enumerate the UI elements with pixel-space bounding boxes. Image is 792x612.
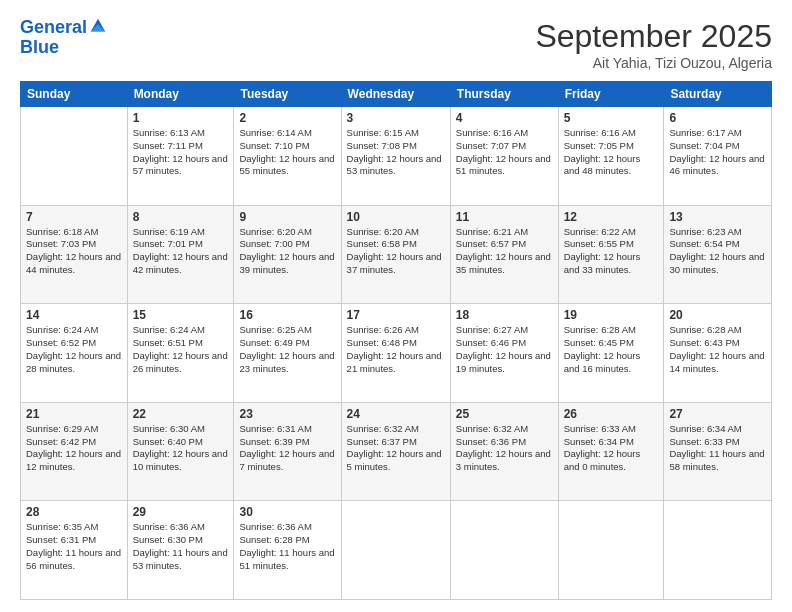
- calendar-cell: 21Sunrise: 6:29 AMSunset: 6:42 PMDayligh…: [21, 402, 128, 501]
- calendar-cell: 8Sunrise: 6:19 AMSunset: 7:01 PMDaylight…: [127, 205, 234, 304]
- sunrise-text: Sunrise: 6:28 AM: [669, 324, 766, 337]
- day-number: 20: [669, 308, 766, 322]
- day-number: 21: [26, 407, 122, 421]
- sunset-text: Sunset: 7:03 PM: [26, 238, 122, 251]
- daylight-text: Daylight: 12 hours and 37 minutes.: [347, 251, 445, 277]
- logo-icon: [89, 17, 107, 35]
- day-number: 28: [26, 505, 122, 519]
- header-cell-friday: Friday: [558, 82, 664, 107]
- daylight-text: Daylight: 12 hours and 57 minutes.: [133, 153, 229, 179]
- day-number: 27: [669, 407, 766, 421]
- calendar-cell: 29Sunrise: 6:36 AMSunset: 6:30 PMDayligh…: [127, 501, 234, 600]
- sunset-text: Sunset: 6:42 PM: [26, 436, 122, 449]
- sunrise-text: Sunrise: 6:21 AM: [456, 226, 553, 239]
- sunset-text: Sunset: 6:57 PM: [456, 238, 553, 251]
- day-number: 18: [456, 308, 553, 322]
- calendar-cell: 16Sunrise: 6:25 AMSunset: 6:49 PMDayligh…: [234, 304, 341, 403]
- cell-content: 13Sunrise: 6:23 AMSunset: 6:54 PMDayligh…: [669, 210, 766, 277]
- header-cell-sunday: Sunday: [21, 82, 128, 107]
- daylight-text: Daylight: 12 hours and 35 minutes.: [456, 251, 553, 277]
- cell-content: 5Sunrise: 6:16 AMSunset: 7:05 PMDaylight…: [564, 111, 659, 178]
- sunset-text: Sunset: 6:55 PM: [564, 238, 659, 251]
- daylight-text: Daylight: 12 hours and 42 minutes.: [133, 251, 229, 277]
- cell-content: 28Sunrise: 6:35 AMSunset: 6:31 PMDayligh…: [26, 505, 122, 572]
- daylight-text: Daylight: 12 hours and 26 minutes.: [133, 350, 229, 376]
- calendar-cell: 26Sunrise: 6:33 AMSunset: 6:34 PMDayligh…: [558, 402, 664, 501]
- cell-content: 24Sunrise: 6:32 AMSunset: 6:37 PMDayligh…: [347, 407, 445, 474]
- header-cell-saturday: Saturday: [664, 82, 772, 107]
- calendar-cell: 30Sunrise: 6:36 AMSunset: 6:28 PMDayligh…: [234, 501, 341, 600]
- day-number: 10: [347, 210, 445, 224]
- sunset-text: Sunset: 6:34 PM: [564, 436, 659, 449]
- sunrise-text: Sunrise: 6:24 AM: [133, 324, 229, 337]
- sunrise-text: Sunrise: 6:28 AM: [564, 324, 659, 337]
- daylight-text: Daylight: 11 hours and 56 minutes.: [26, 547, 122, 573]
- location: Ait Yahia, Tizi Ouzou, Algeria: [535, 55, 772, 71]
- cell-content: 11Sunrise: 6:21 AMSunset: 6:57 PMDayligh…: [456, 210, 553, 277]
- calendar-cell: 18Sunrise: 6:27 AMSunset: 6:46 PMDayligh…: [450, 304, 558, 403]
- cell-content: 2Sunrise: 6:14 AMSunset: 7:10 PMDaylight…: [239, 111, 335, 178]
- sunset-text: Sunset: 6:58 PM: [347, 238, 445, 251]
- sunrise-text: Sunrise: 6:24 AM: [26, 324, 122, 337]
- daylight-text: Daylight: 12 hours and 55 minutes.: [239, 153, 335, 179]
- sunrise-text: Sunrise: 6:26 AM: [347, 324, 445, 337]
- sunset-text: Sunset: 7:07 PM: [456, 140, 553, 153]
- title-block: September 2025 Ait Yahia, Tizi Ouzou, Al…: [535, 18, 772, 71]
- month-title: September 2025: [535, 18, 772, 55]
- sunrise-text: Sunrise: 6:15 AM: [347, 127, 445, 140]
- sunrise-text: Sunrise: 6:36 AM: [133, 521, 229, 534]
- calendar-cell: 2Sunrise: 6:14 AMSunset: 7:10 PMDaylight…: [234, 107, 341, 206]
- calendar-cell: 19Sunrise: 6:28 AMSunset: 6:45 PMDayligh…: [558, 304, 664, 403]
- calendar-cell: 10Sunrise: 6:20 AMSunset: 6:58 PMDayligh…: [341, 205, 450, 304]
- day-number: 30: [239, 505, 335, 519]
- day-number: 15: [133, 308, 229, 322]
- day-number: 22: [133, 407, 229, 421]
- calendar-cell: 22Sunrise: 6:30 AMSunset: 6:40 PMDayligh…: [127, 402, 234, 501]
- daylight-text: Daylight: 12 hours and 46 minutes.: [669, 153, 766, 179]
- day-number: 23: [239, 407, 335, 421]
- daylight-text: Daylight: 12 hours and 23 minutes.: [239, 350, 335, 376]
- sunset-text: Sunset: 7:00 PM: [239, 238, 335, 251]
- day-number: 8: [133, 210, 229, 224]
- week-row-1: 7Sunrise: 6:18 AMSunset: 7:03 PMDaylight…: [21, 205, 772, 304]
- daylight-text: Daylight: 12 hours and 7 minutes.: [239, 448, 335, 474]
- calendar-cell: 23Sunrise: 6:31 AMSunset: 6:39 PMDayligh…: [234, 402, 341, 501]
- daylight-text: Daylight: 12 hours and 33 minutes.: [564, 251, 659, 277]
- sunset-text: Sunset: 6:43 PM: [669, 337, 766, 350]
- calendar-cell: 9Sunrise: 6:20 AMSunset: 7:00 PMDaylight…: [234, 205, 341, 304]
- calendar-cell: 7Sunrise: 6:18 AMSunset: 7:03 PMDaylight…: [21, 205, 128, 304]
- calendar-cell: 12Sunrise: 6:22 AMSunset: 6:55 PMDayligh…: [558, 205, 664, 304]
- sunrise-text: Sunrise: 6:34 AM: [669, 423, 766, 436]
- daylight-text: Daylight: 12 hours and 30 minutes.: [669, 251, 766, 277]
- day-number: 5: [564, 111, 659, 125]
- logo-text-blue: Blue: [20, 38, 107, 58]
- daylight-text: Daylight: 11 hours and 53 minutes.: [133, 547, 229, 573]
- header-cell-monday: Monday: [127, 82, 234, 107]
- sunset-text: Sunset: 6:30 PM: [133, 534, 229, 547]
- day-number: 11: [456, 210, 553, 224]
- cell-content: 22Sunrise: 6:30 AMSunset: 6:40 PMDayligh…: [133, 407, 229, 474]
- cell-content: 23Sunrise: 6:31 AMSunset: 6:39 PMDayligh…: [239, 407, 335, 474]
- sunset-text: Sunset: 7:01 PM: [133, 238, 229, 251]
- day-number: 1: [133, 111, 229, 125]
- sunrise-text: Sunrise: 6:27 AM: [456, 324, 553, 337]
- cell-content: 1Sunrise: 6:13 AMSunset: 7:11 PMDaylight…: [133, 111, 229, 178]
- sunrise-text: Sunrise: 6:17 AM: [669, 127, 766, 140]
- calendar-cell: 3Sunrise: 6:15 AMSunset: 7:08 PMDaylight…: [341, 107, 450, 206]
- sunset-text: Sunset: 7:08 PM: [347, 140, 445, 153]
- daylight-text: Daylight: 12 hours and 19 minutes.: [456, 350, 553, 376]
- calendar-cell: 1Sunrise: 6:13 AMSunset: 7:11 PMDaylight…: [127, 107, 234, 206]
- cell-content: 30Sunrise: 6:36 AMSunset: 6:28 PMDayligh…: [239, 505, 335, 572]
- sunrise-text: Sunrise: 6:25 AM: [239, 324, 335, 337]
- sunrise-text: Sunrise: 6:29 AM: [26, 423, 122, 436]
- calendar-cell: 25Sunrise: 6:32 AMSunset: 6:36 PMDayligh…: [450, 402, 558, 501]
- daylight-text: Daylight: 12 hours and 10 minutes.: [133, 448, 229, 474]
- sunrise-text: Sunrise: 6:20 AM: [239, 226, 335, 239]
- cell-content: 10Sunrise: 6:20 AMSunset: 6:58 PMDayligh…: [347, 210, 445, 277]
- daylight-text: Daylight: 12 hours and 28 minutes.: [26, 350, 122, 376]
- day-number: 13: [669, 210, 766, 224]
- sunset-text: Sunset: 7:05 PM: [564, 140, 659, 153]
- calendar-cell: 27Sunrise: 6:34 AMSunset: 6:33 PMDayligh…: [664, 402, 772, 501]
- daylight-text: Daylight: 12 hours and 5 minutes.: [347, 448, 445, 474]
- sunset-text: Sunset: 6:46 PM: [456, 337, 553, 350]
